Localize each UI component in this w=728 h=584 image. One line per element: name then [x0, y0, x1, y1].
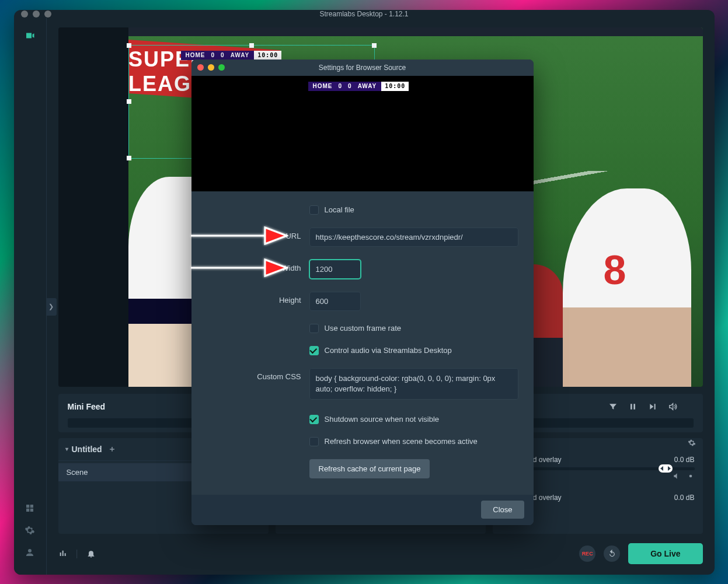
local-file-label: Local file [325, 205, 354, 214]
minimize-icon[interactable] [208, 64, 214, 71]
mixer-item-level: 0.0 dB [674, 456, 695, 464]
home-score: 0 [339, 83, 343, 89]
height-label: Height [207, 292, 309, 305]
gear-icon[interactable] [687, 472, 695, 480]
close-window-icon[interactable] [21, 11, 28, 18]
app-window: Streamlabs Desktop - 1.12.1 ❯ S [14, 10, 715, 575]
shutdown-label: Shutdown source when not visible [325, 415, 440, 424]
local-file-checkbox[interactable]: Local file [309, 205, 518, 215]
window-controls [21, 11, 51, 18]
pause-icon[interactable] [628, 402, 638, 411]
url-input[interactable] [309, 228, 518, 247]
source-settings-modal: Settings for Browser Source HOME 0 0 AWA… [191, 60, 534, 525]
away-score: 0 [221, 52, 225, 58]
settings-icon[interactable] [24, 524, 36, 536]
annotation-arrow [186, 255, 288, 281]
resize-handle[interactable] [127, 156, 131, 160]
refresh-cache-button[interactable]: Refresh cache of current page [309, 459, 430, 478]
scoreboard-overlay: HOME 0 0 AWAY 10:00 [308, 82, 409, 91]
speaker-icon[interactable] [673, 472, 681, 480]
refresh-active-checkbox[interactable]: Refresh browser when scene becomes activ… [309, 437, 518, 446]
refresh-active-label: Refresh browser when scene becomes activ… [325, 437, 478, 446]
resize-handle[interactable] [127, 99, 131, 104]
annotation-arrow [186, 223, 288, 249]
game-clock: 10:00 [254, 51, 281, 60]
left-rail [14, 18, 47, 575]
source-preview: HOME 0 0 AWAY 10:00 [191, 76, 534, 191]
modal-titlebar: Settings for Browser Source [191, 60, 534, 76]
scoreboard-overlay: HOME 0 0 AWAY 10:00 [181, 51, 282, 60]
width-input[interactable] [309, 260, 361, 279]
record-button[interactable]: REC [579, 545, 595, 562]
expand-sidebar-icon[interactable]: ❯ [46, 298, 57, 316]
away-label: AWAY [231, 52, 250, 58]
titlebar: Streamlabs Desktop - 1.12.1 [14, 10, 715, 18]
chevron-down-icon[interactable]: ▾ [65, 446, 68, 452]
volume-knob[interactable] [659, 464, 673, 473]
volume-icon[interactable] [668, 402, 677, 411]
away-label: AWAY [358, 83, 377, 89]
maximize-window-icon[interactable] [44, 11, 51, 18]
shutdown-checkbox[interactable]: Shutdown source when not visible [309, 415, 518, 424]
control-audio-label: Control audio via Streamlabs Desktop [325, 346, 452, 355]
gear-icon[interactable] [688, 439, 696, 449]
apps-icon[interactable] [24, 502, 36, 514]
resize-handle[interactable] [372, 43, 377, 48]
close-button[interactable]: Close [481, 501, 524, 519]
login-icon[interactable] [24, 547, 36, 558]
go-live-button[interactable]: Go Live [628, 543, 702, 564]
replay-buffer-button[interactable] [604, 545, 620, 562]
stats-icon[interactable] [58, 549, 68, 558]
scene-collection-title[interactable]: Untitled [72, 445, 102, 454]
custom-fps-checkbox[interactable]: Use custom frame rate [309, 324, 518, 333]
mixer-item-level: 0.0 dB [674, 494, 695, 502]
height-input[interactable] [309, 292, 361, 311]
custom-fps-label: Use custom frame rate [325, 324, 402, 333]
close-icon[interactable] [197, 64, 204, 71]
resize-handle[interactable] [249, 43, 254, 48]
mini-feed-title: Mini Feed [68, 402, 106, 411]
home-score: 0 [211, 52, 215, 58]
control-audio-checkbox[interactable]: Control audio via Streamlabs Desktop [309, 346, 518, 355]
window-title: Streamlabs Desktop - 1.12.1 [14, 10, 715, 18]
zoom-icon[interactable] [218, 64, 225, 71]
footer-bar: | REC Go Live [58, 538, 703, 569]
minimize-window-icon[interactable] [33, 11, 40, 18]
home-label: HOME [313, 83, 333, 89]
home-label: HOME [186, 52, 205, 58]
away-score: 0 [348, 83, 352, 89]
add-scene-icon[interactable]: ＋ [108, 444, 116, 454]
custom-css-label: Custom CSS [207, 368, 309, 381]
resize-handle[interactable] [127, 43, 131, 48]
notifications-icon[interactable] [86, 549, 96, 558]
studio-icon[interactable] [24, 30, 36, 41]
modal-title: Settings for Browser Source [191, 64, 534, 72]
custom-css-input[interactable] [309, 368, 518, 400]
filter-icon[interactable] [608, 402, 618, 411]
player-right [563, 188, 691, 387]
skip-icon[interactable] [648, 402, 657, 411]
game-clock: 10:00 [381, 82, 409, 91]
